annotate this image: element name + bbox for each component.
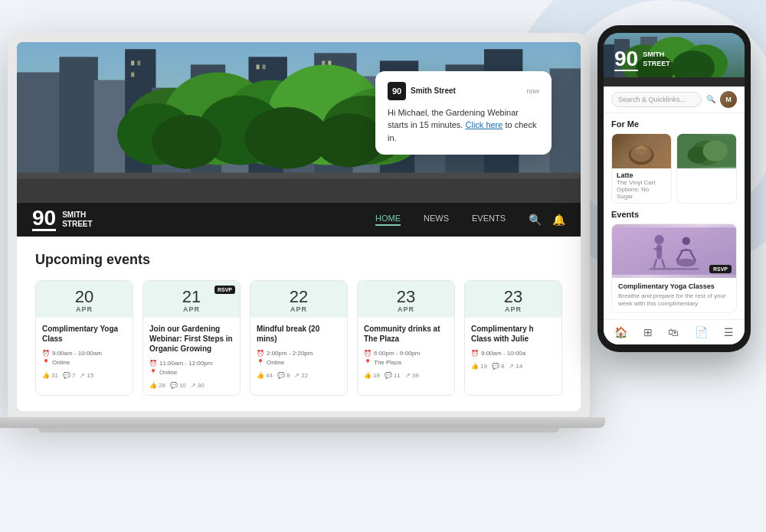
stat-share: ↗ 38 [405,372,419,379]
mobile-nav-menu[interactable]: ☰ [724,326,734,338]
stat-comment-count: 7 [72,372,75,379]
stat-share: ↗ 30 [191,382,205,389]
like-icon: 👍 [42,372,50,379]
svg-point-57 [703,140,728,161]
event-time: ⏰ 9:00am - 10:00a [471,350,555,357]
notification-header: 90 Smith Street now [388,82,539,100]
scene-wrapper: 90 SMITH STREET HOME NEWS EVENTS 🔍 🔔 [8,10,758,523]
svg-point-35 [314,113,384,167]
notification-popup: 90 Smith Street now Hi Michael, the Gard… [375,71,552,155]
mobile-logo: 90 SMITH STREET [614,48,670,71]
stat-share-count: 15 [87,372,93,379]
event-time-text: 9:00am - 10:00am [52,350,102,357]
event-body: Complimentary Yoga Class ⏰ 9:00am - 10:0… [36,318,133,385]
mobile-avatar: M [720,91,737,108]
mobile-event-card[interactable]: RSVP Complimentary Yoga Classes Breathe … [611,224,737,314]
svg-point-64 [683,237,691,245]
stat-like: 👍 19 [471,363,487,370]
event-card-1[interactable]: 21 APR RSVP Join our Gardening Webinar: … [142,280,241,396]
event-card-0[interactable]: 20 APR Complimentary Yoga Class ⏰ 9:00am… [35,280,133,396]
event-title: Community drinks at The Plaza [364,324,448,344]
mobile-rsvp-badge[interactable]: RSVP [709,265,732,273]
mobile-nav-document[interactable]: 📄 [695,326,708,338]
event-time: ⏰ 2:00pm - 2:20pm [257,350,341,357]
search-icon[interactable]: 🔍 [529,214,542,226]
coffee-card-image [612,134,671,168]
mobile-logo-number: 90 [614,48,638,71]
coffee-card-detail: Options: No Sugar [617,186,666,200]
event-card-4[interactable]: 23 APR Complimentary h Class with Julie … [464,280,562,396]
event-day: 22 [255,289,342,305]
stat-comment-count: 10 [179,382,186,389]
stat-comment-count: 8 [501,363,504,370]
event-card-2[interactable]: 22 APR Mindful break (20 mins) ⏰ 2:00pm … [250,280,348,396]
comment-icon: 💬 [170,382,178,389]
like-icon: 👍 [257,372,264,379]
svg-rect-60 [656,244,662,259]
event-time-text: 9:00am - 10:00a [481,350,525,357]
for-me-cards: Latte The Vinyl Cart Options: No Sugar [611,133,737,204]
comment-icon: 💬 [492,363,499,370]
share-icon: ↗ [191,382,196,389]
event-date-header: 21 APR RSVP [143,281,240,318]
event-body: Mindful break (20 mins) ⏰ 2:00pm - 2:20p… [250,318,347,385]
stat-share-count: 22 [301,372,308,379]
events-grid: 20 APR Complimentary Yoga Class ⏰ 9:00am… [35,280,562,396]
svg-rect-36 [17,176,581,202]
mobile-event-description: Breathe and prepare for the rest of your… [618,292,730,308]
event-date-header: 23 APR [358,281,454,318]
event-date-header: 22 APR [250,281,347,318]
comment-icon: 💬 [63,372,70,379]
clock-icon: ⏰ [257,350,264,357]
stat-share-count: 30 [198,382,205,389]
event-body: Complimentary h Class with Julie ⏰ 9:00a… [465,318,561,376]
nav-link-events[interactable]: EVENTS [472,214,506,226]
notification-link[interactable]: Click here [466,120,503,129]
stat-comment: 💬 7 [63,372,75,379]
mobile-outer: 90 SMITH STREET Search & Quicklinks... 🔍… [597,25,751,353]
coffee-card[interactable]: Latte The Vinyl Cart Options: No Sugar [611,133,672,204]
rsvp-badge[interactable]: RSVP [214,286,235,294]
event-date-header: 23 APR [465,281,561,318]
event-stats: 👍 44 💬 8 ↗ 22 [257,372,341,379]
mobile-nav-bag[interactable]: 🛍 [668,326,679,338]
event-month: APR [148,305,235,313]
mobile-nav-grid[interactable]: ⊞ [643,326,653,338]
stat-comment: 💬 11 [385,372,401,379]
stat-like-count: 19 [480,363,487,370]
laptop-base [0,417,605,428]
stat-comment-count: 11 [394,372,401,379]
mobile-search-input[interactable]: Search & Quicklinks... [611,92,702,107]
event-title: Join our Gardening Webinar: First Steps … [149,324,234,354]
like-icon: 👍 [149,382,157,389]
share-icon: ↗ [405,372,411,379]
event-time-text: 11:00am - 12:00pm [159,360,212,367]
mobile-nav-home[interactable]: 🏠 [614,326,627,338]
notif-logo-text: Smith Street [411,86,456,96]
share-icon: ↗ [294,372,300,379]
svg-rect-37 [17,172,581,178]
green-card[interactable] [676,133,737,204]
location-icon: 📍 [149,369,157,376]
comment-icon: 💬 [385,372,392,379]
stat-share-count: 38 [412,372,419,379]
nav-link-home[interactable]: HOME [375,214,401,226]
notification-logo: 90 Smith Street [388,82,456,100]
stat-comment: 💬 8 [277,372,290,379]
event-month: APR [470,305,557,313]
bell-icon[interactable]: 🔔 [552,214,565,226]
nav-link-news[interactable]: NEWS [424,214,449,226]
stat-like: 👍 44 [257,372,273,379]
event-title: Complimentary h Class with Julie [471,324,555,344]
event-body: Join our Gardening Webinar: First Steps … [143,318,240,395]
event-location: 📍 The Plaza [364,359,448,366]
svg-rect-20 [131,72,134,77]
like-icon: 👍 [364,372,372,379]
event-stats: 👍 19 💬 8 ↗ 14 [471,363,555,370]
event-title: Complimentary Yoga Class [42,324,126,344]
green-card-body [677,168,736,175]
stat-like: 👍 18 [364,372,380,379]
laptop-content: Upcoming events 20 APR Complimentary Yog… [17,237,581,411]
event-card-3[interactable]: 23 APR Community drinks at The Plaza ⏰ 6… [357,280,455,396]
mobile-hero: 90 SMITH STREET [604,33,745,86]
